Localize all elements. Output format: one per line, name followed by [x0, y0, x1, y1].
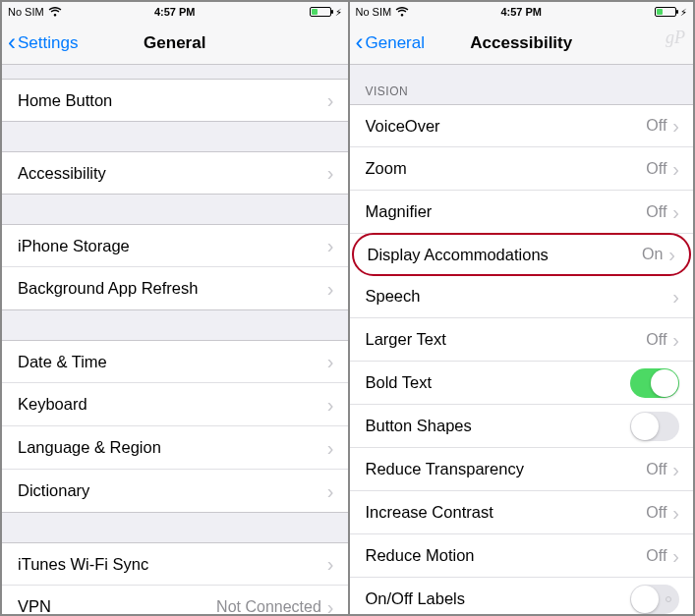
row-bold-text[interactable]: Bold Text	[350, 362, 694, 405]
chevron-right-icon: ›	[327, 236, 334, 255]
chevron-right-icon: ›	[327, 481, 334, 501]
chevron-right-icon: ›	[327, 554, 334, 574]
status-time: 4:57 PM	[2, 6, 348, 18]
row-display-accommodations[interactable]: Display Accommodations On ›	[352, 233, 692, 276]
row-label: Zoom	[366, 159, 647, 178]
chevron-right-icon: ›	[327, 279, 334, 299]
nav-header: ‹ General Accessibility	[350, 22, 694, 65]
row-home-button[interactable]: Home Button ›	[2, 79, 348, 122]
status-time: 4:57 PM	[350, 6, 694, 18]
chevron-right-icon: ›	[327, 352, 334, 371]
row-value: Off	[646, 331, 666, 349]
row-label: Date & Time	[18, 353, 327, 371]
chevron-right-icon: ›	[327, 395, 334, 415]
row-label: Keyboard	[18, 395, 327, 414]
chevron-right-icon: ›	[672, 202, 679, 222]
row-button-shapes[interactable]: Button Shapes	[350, 405, 694, 448]
row-speech[interactable]: Speech ›	[350, 275, 694, 318]
row-label: On/Off Labels	[366, 589, 631, 608]
row-label: Larger Text	[366, 330, 647, 349]
accessibility-pane: No SIM 4:57 PM ⚡︎ ‹ General Accessibilit…	[348, 2, 694, 614]
row-label: Increase Contrast	[366, 503, 647, 522]
row-iphone-storage[interactable]: iPhone Storage ›	[2, 224, 348, 267]
row-vpn[interactable]: VPN Not Connected ›	[2, 586, 348, 614]
chevron-right-icon: ›	[668, 245, 675, 264]
row-on-off-labels[interactable]: On/Off Labels	[350, 578, 694, 614]
row-value: Not Connected	[216, 598, 321, 615]
chevron-right-icon: ›	[327, 438, 334, 458]
status-bar: No SIM 4:57 PM ⚡︎	[2, 2, 348, 22]
row-reduce-motion[interactable]: Reduce Motion Off ›	[350, 534, 694, 578]
row-label: iTunes Wi-Fi Sync	[18, 555, 327, 574]
chevron-right-icon: ›	[672, 503, 679, 523]
row-label: iPhone Storage	[18, 237, 327, 255]
chevron-right-icon: ›	[672, 159, 679, 179]
row-label: VoiceOver	[366, 117, 647, 136]
chevron-right-icon: ›	[327, 90, 334, 110]
row-value: Off	[646, 461, 666, 478]
row-label: Reduce Motion	[366, 546, 647, 565]
row-label: Speech	[366, 287, 673, 306]
chevron-right-icon: ›	[672, 116, 679, 136]
battery-icon	[310, 7, 331, 17]
nav-header: ‹ Settings General	[2, 22, 348, 65]
chevron-right-icon: ›	[672, 330, 679, 350]
chevron-right-icon: ›	[672, 546, 679, 566]
row-date-time[interactable]: Date & Time ›	[2, 340, 348, 383]
row-language-region[interactable]: Language & Region ›	[2, 426, 348, 470]
row-label: Magnifier	[366, 202, 647, 221]
battery-icon	[655, 7, 676, 17]
row-value: Off	[646, 117, 666, 135]
row-voiceover[interactable]: VoiceOver Off ›	[350, 104, 694, 147]
row-label: Button Shapes	[366, 417, 631, 435]
row-label: VPN	[18, 597, 216, 614]
row-background-app-refresh[interactable]: Background App Refresh ›	[2, 267, 348, 310]
row-larger-text[interactable]: Larger Text Off ›	[350, 318, 694, 362]
section-header-vision: VISION	[350, 65, 694, 104]
chevron-right-icon: ›	[672, 460, 679, 479]
row-magnifier[interactable]: Magnifier Off ›	[350, 191, 694, 234]
row-label: Reduce Transparency	[366, 460, 647, 478]
row-label: Accessibility	[18, 164, 327, 183]
nav-title: Accessibility	[350, 33, 694, 53]
chevron-right-icon: ›	[327, 163, 334, 183]
general-settings-pane: No SIM 4:57 PM ⚡︎ ‹ Settings General Hom…	[2, 2, 348, 614]
row-value: Off	[646, 547, 666, 565]
chevron-right-icon: ›	[327, 597, 334, 615]
row-zoom[interactable]: Zoom Off ›	[350, 147, 694, 191]
chevron-right-icon: ›	[672, 287, 679, 307]
row-label: Language & Region	[18, 438, 327, 457]
row-value: Off	[646, 504, 666, 522]
status-bar: No SIM 4:57 PM ⚡︎	[350, 2, 694, 22]
switch-button-shapes[interactable]	[630, 412, 679, 441]
row-label: Background App Refresh	[18, 279, 327, 298]
row-accessibility[interactable]: Accessibility ›	[2, 151, 348, 195]
row-dictionary[interactable]: Dictionary ›	[2, 470, 348, 513]
row-label: Dictionary	[18, 481, 327, 500]
row-reduce-transparency[interactable]: Reduce Transparency Off ›	[350, 448, 694, 491]
row-value: Off	[646, 203, 666, 221]
nav-title: General	[2, 33, 348, 53]
row-label: Display Accommodations	[368, 246, 642, 264]
row-increase-contrast[interactable]: Increase Contrast Off ›	[350, 491, 694, 534]
row-itunes-wifi-sync[interactable]: iTunes Wi-Fi Sync ›	[2, 542, 348, 586]
switch-bold-text[interactable]	[630, 368, 679, 398]
row-label: Home Button	[18, 91, 327, 110]
row-label: Bold Text	[366, 373, 631, 392]
row-value: Off	[646, 160, 666, 178]
row-value: On	[642, 246, 663, 263]
row-keyboard[interactable]: Keyboard ›	[2, 383, 348, 426]
switch-on-off-labels[interactable]	[630, 585, 679, 614]
